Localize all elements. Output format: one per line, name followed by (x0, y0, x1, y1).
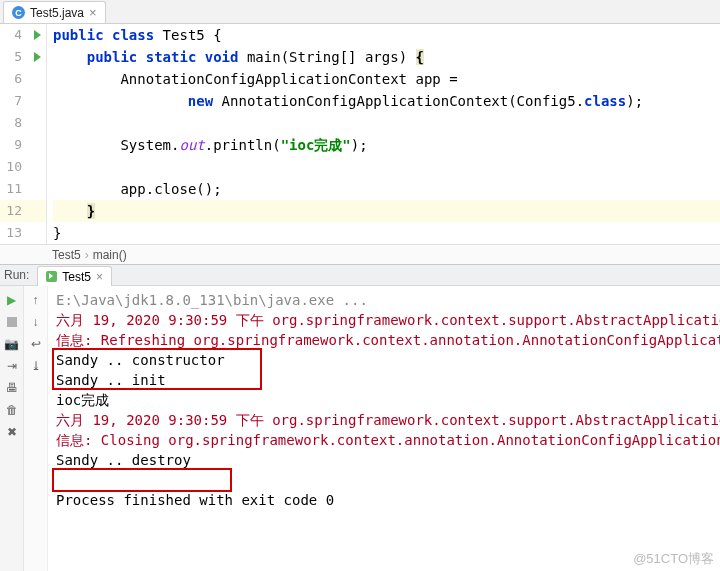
console-line: 六月 19, 2020 9:30:59 下午 org.springframewo… (56, 410, 720, 430)
line-number: 6 (0, 68, 28, 90)
run-toolbar-left: ▶ 📷 ⇥ 🖶 🗑 ✖ (0, 286, 24, 571)
trash-icon[interactable]: 🗑 (2, 400, 22, 420)
down-icon[interactable]: ↓ (26, 312, 46, 332)
run-panel-header: Run: Test5 × (0, 264, 720, 286)
console-exit: Process finished with exit code 0 (56, 490, 720, 510)
run-tab-name: Test5 (62, 270, 91, 284)
run-panel: ▶ 📷 ⇥ 🖶 🗑 ✖ ↑ ↓ ↩ ⤓ E:\Java\jdk1.8.0_131… (0, 286, 720, 571)
console-output[interactable]: E:\Java\jdk1.8.0_131\bin\java.exe ... 六月… (48, 286, 720, 571)
run-tab-test5[interactable]: Test5 × (37, 266, 112, 286)
code-body[interactable]: public class Test5 { public static void … (47, 24, 720, 244)
scroll-icon[interactable]: ⤓ (26, 356, 46, 376)
watermark: @51CTO博客 (633, 550, 714, 568)
run-toolbar-inner: ↑ ↓ ↩ ⤓ (24, 286, 48, 571)
console-line: Sandy .. constructor (56, 350, 720, 370)
breadcrumb-class[interactable]: Test5 (52, 248, 81, 262)
breadcrumb-method[interactable]: main() (93, 248, 127, 262)
run-line-icon[interactable] (28, 24, 46, 46)
camera-icon[interactable]: 📷 (2, 334, 22, 354)
gutter: 4 5 6 7 8 9 10 11 12 13 (0, 24, 47, 244)
console-line: Sandy .. init (56, 370, 720, 390)
console-line: 信息: Closing org.springframework.context.… (56, 430, 720, 450)
run-label: Run: (4, 268, 29, 282)
console-line: 六月 19, 2020 9:30:59 下午 org.springframewo… (56, 310, 720, 330)
line-number: 13 (0, 222, 28, 244)
class-file-icon: C (12, 6, 25, 19)
console-line: E:\Java\jdk1.8.0_131\bin\java.exe ... (56, 290, 720, 310)
stop-button[interactable] (2, 312, 22, 332)
chevron-right-icon: › (85, 248, 89, 262)
console-line: Sandy .. destroy (56, 450, 720, 470)
line-number: 4 (0, 24, 28, 46)
console-line: ioc完成 (56, 390, 720, 410)
tab-filename: Test5.java (30, 6, 84, 20)
run-line-icon[interactable] (28, 46, 46, 68)
line-number: 7 (0, 90, 28, 112)
soft-wrap-icon[interactable]: ↩ (26, 334, 46, 354)
line-number: 5 (0, 46, 28, 68)
close-icon[interactable]: × (96, 270, 103, 284)
line-number: 8 (0, 112, 28, 134)
pin-icon[interactable]: ✖ (2, 422, 22, 442)
run-config-icon (46, 271, 57, 282)
up-icon[interactable]: ↑ (26, 290, 46, 310)
line-number: 10 (0, 156, 28, 178)
line-number: 9 (0, 134, 28, 156)
code-editor[interactable]: 4 5 6 7 8 9 10 11 12 13 public class Tes… (0, 24, 720, 244)
rerun-button[interactable]: ▶ (2, 290, 22, 310)
console-line: 信息: Refreshing org.springframework.conte… (56, 330, 720, 350)
close-icon[interactable]: × (89, 6, 97, 19)
print-icon[interactable]: 🖶 (2, 378, 22, 398)
editor-tabbar: C Test5.java × (0, 0, 720, 24)
line-number: 11 (0, 178, 28, 200)
editor-tab-test5[interactable]: C Test5.java × (3, 1, 106, 23)
layout-icon[interactable]: ⇥ (2, 356, 22, 376)
breadcrumb[interactable]: Test5 › main() (0, 244, 720, 264)
line-number: 12 (0, 200, 28, 222)
